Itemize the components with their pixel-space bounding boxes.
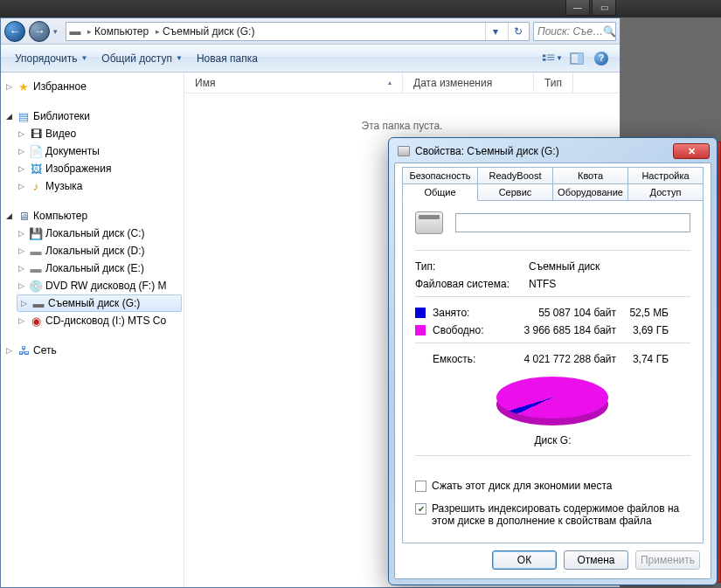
expand-icon[interactable]: ▷	[17, 229, 26, 238]
tree-drive-g[interactable]: ▷▬Съемный диск (G:)	[17, 294, 182, 312]
expand-icon[interactable]: ▷	[17, 264, 26, 273]
tree-drive-d[interactable]: ▷▬Локальный диск (D:)	[1, 242, 184, 259]
compress-checkbox-row[interactable]: Сжать этот диск для экономии места	[415, 480, 690, 492]
expand-icon[interactable]: ▷	[17, 316, 26, 325]
chevron-down-icon: ▼	[80, 54, 87, 62]
tab-customize[interactable]: Настройка	[628, 167, 704, 184]
drive-icon: ▬	[29, 261, 43, 275]
preview-pane-button[interactable]	[565, 49, 588, 68]
svg-rect-4	[547, 59, 554, 59]
tab-quota[interactable]: Квота	[553, 167, 628, 184]
free-space-row: Свободно: 3 966 685 184 байт 3,69 ГБ	[415, 324, 690, 336]
expand-icon[interactable]: ▷	[17, 246, 26, 255]
drive-large-icon	[415, 211, 443, 234]
tree-item-video[interactable]: ▷🎞Видео	[1, 125, 184, 142]
video-icon: 🎞	[29, 127, 43, 141]
tree-drive-c[interactable]: ▷💾Локальный диск (C:)	[1, 225, 184, 242]
view-options-button[interactable]: ▼	[541, 49, 564, 68]
star-icon: ★	[17, 80, 31, 93]
expand-icon[interactable]: ▷	[19, 299, 29, 308]
drive-icon	[398, 146, 410, 156]
drive-icon: 💾	[29, 226, 43, 240]
parent-window-titlebar: — ▭	[0, 0, 721, 17]
breadcrumb-segment[interactable]: ▸Съемный диск (G:)	[154, 23, 256, 40]
network-icon: 🖧	[17, 343, 31, 357]
removable-drive-icon: ▬	[31, 296, 45, 310]
tree-favorites[interactable]: ▷★Избранное	[1, 78, 184, 95]
forward-button[interactable]: →	[29, 21, 50, 42]
chevron-down-icon: ▼	[176, 54, 183, 62]
expand-icon[interactable]: ▷	[17, 281, 26, 290]
breadcrumb-segment[interactable]: ▸Компьютер	[86, 23, 150, 40]
collapse-icon[interactable]: ◢	[4, 112, 14, 121]
used-space-row: Занято: 55 087 104 байт 52,5 МБ	[415, 307, 690, 319]
search-icon: 🔍	[603, 25, 616, 38]
pictures-icon: 🖼	[29, 162, 43, 176]
search-input[interactable]: Поиск: Съе… 🔍	[533, 22, 616, 41]
tab-sharing[interactable]: Доступ	[628, 183, 704, 201]
maximize-button[interactable]: ▭	[592, 0, 616, 16]
expand-icon[interactable]: ▷	[17, 164, 26, 173]
drive-icon: ▬	[29, 244, 43, 258]
tree-drive-e[interactable]: ▷▬Локальный диск (E:)	[1, 259, 184, 277]
cancel-button[interactable]: Отмена	[564, 550, 628, 570]
tab-general[interactable]: Общие	[402, 183, 478, 201]
dialog-titlebar[interactable]: Свойства: Съемный диск (G:) ✕	[394, 143, 711, 163]
svg-rect-6	[578, 53, 583, 64]
minimize-button[interactable]: —	[565, 0, 590, 16]
index-checkbox-row[interactable]: ✔ Разрешить индексировать содержимое фай…	[415, 502, 690, 527]
dialog-title: Свойства: Съемный диск (G:)	[415, 145, 559, 157]
expand-icon[interactable]: ▷	[4, 82, 14, 91]
search-placeholder: Поиск: Съе…	[537, 25, 603, 38]
drive-label-input[interactable]	[455, 213, 690, 232]
compress-checkbox[interactable]	[415, 481, 426, 492]
organize-menu[interactable]: Упорядочить▼	[8, 49, 94, 68]
expand-icon[interactable]: ▷	[17, 182, 26, 190]
refresh-button[interactable]: ↻	[508, 23, 527, 40]
tree-item-music[interactable]: ▷♪Музыка	[1, 177, 184, 195]
type-label: Тип:	[415, 260, 529, 273]
tab-tools[interactable]: Сервис	[478, 183, 553, 201]
free-color-swatch	[415, 325, 426, 336]
tree-libraries[interactable]: ◢▤Библиотеки	[1, 107, 184, 125]
computer-icon: 🖥	[17, 209, 31, 223]
tab-security[interactable]: Безопасность	[402, 167, 478, 184]
navigation-tree[interactable]: ▷★Избранное ◢▤Библиотеки ▷🎞Видео ▷📄Докум…	[1, 73, 184, 587]
toolbar: Упорядочить▼ Общий доступ▼ Новая папка ▼…	[1, 45, 620, 73]
new-folder-button[interactable]: Новая папка	[190, 49, 265, 68]
column-type[interactable]: Тип	[534, 73, 573, 93]
tree-item-pictures[interactable]: ▷🖼Изображения	[1, 160, 184, 177]
address-bar[interactable]: ▬ ▸Компьютер ▸Съемный диск (G:) ▾ ↻	[66, 22, 530, 41]
tree-drive-i[interactable]: ▷◉CD-дисковод (I:) MTS Co	[1, 312, 184, 329]
history-dropdown[interactable]: ▾	[53, 27, 62, 36]
properties-dialog: Свойства: Съемный диск (G:) ✕ Безопаснос…	[388, 137, 718, 585]
column-name[interactable]: Имя▴	[184, 73, 403, 93]
tree-computer[interactable]: ◢🖥Компьютер	[1, 207, 184, 225]
tree-network[interactable]: ▷🖧Сеть	[1, 342, 184, 359]
apply-button[interactable]: Применить	[635, 550, 700, 570]
svg-rect-3	[547, 57, 554, 58]
ok-button[interactable]: ОК	[492, 550, 557, 570]
chevron-right-icon: ▸	[156, 27, 160, 36]
sort-arrow-icon: ▴	[388, 79, 392, 86]
tree-drive-f[interactable]: ▷💿DVD RW дисковод (F:) M	[1, 277, 184, 294]
close-button[interactable]: ✕	[673, 143, 710, 159]
filesystem-value: NTFS	[529, 278, 556, 290]
filesystem-label: Файловая система:	[415, 278, 529, 290]
cd-icon: ◉	[29, 314, 43, 328]
index-checkbox[interactable]: ✔	[415, 503, 426, 515]
expand-icon[interactable]: ▷	[17, 129, 26, 138]
help-icon: ?	[594, 52, 608, 66]
tab-hardware[interactable]: Оборудование	[553, 183, 628, 201]
back-button[interactable]: ←	[4, 21, 25, 42]
collapse-icon[interactable]: ◢	[4, 211, 14, 220]
expand-icon[interactable]: ▷	[4, 346, 14, 355]
tree-item-documents[interactable]: ▷📄Документы	[1, 142, 184, 160]
tab-readyboost[interactable]: ReadyBoost	[478, 167, 553, 184]
address-dropdown[interactable]: ▾	[485, 23, 504, 40]
expand-icon[interactable]: ▷	[17, 147, 26, 156]
share-menu[interactable]: Общий доступ▼	[94, 49, 190, 68]
column-date[interactable]: Дата изменения	[403, 73, 534, 93]
help-button[interactable]: ?	[590, 49, 613, 68]
chevron-right-icon: ▸	[87, 27, 92, 36]
